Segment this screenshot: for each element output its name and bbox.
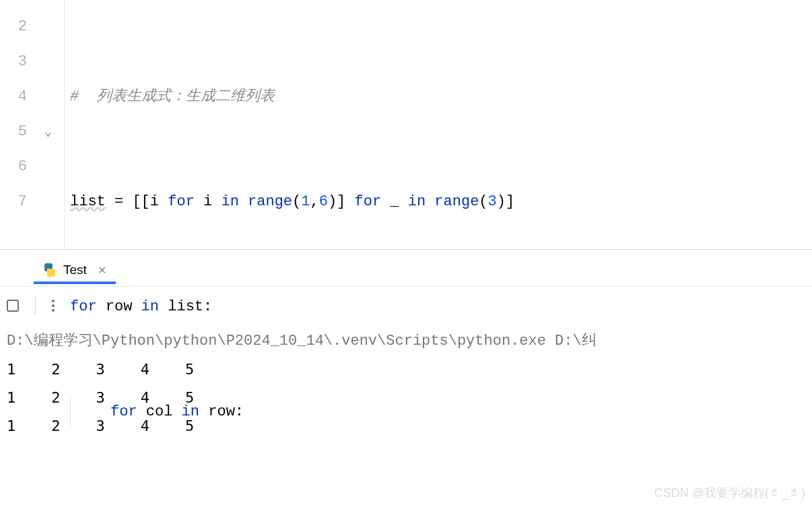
line-number: 6 xyxy=(0,149,27,184)
line-gutter: 2 3 4 5 6 7 xyxy=(0,0,32,249)
fold-chevron-icon[interactable]: ⌄ xyxy=(44,114,52,149)
line-number: 3 xyxy=(0,44,27,79)
line-number: 5 xyxy=(0,114,27,149)
comment: # 列表生成式：生成二维列表 xyxy=(70,79,275,114)
code-line[interactable]: # 列表生成式：生成二维列表 xyxy=(70,79,812,114)
line-number: 7 xyxy=(0,184,27,220)
stop-button[interactable] xyxy=(7,300,19,312)
python-icon xyxy=(43,263,57,277)
fold-column: ⌄ xyxy=(32,0,65,249)
separator xyxy=(35,296,36,315)
line-number: 4 xyxy=(0,79,27,114)
close-icon[interactable]: ✕ xyxy=(98,264,106,277)
code-line[interactable]: for row in list: xyxy=(70,290,812,325)
line-number: 2 xyxy=(0,9,27,44)
more-menu-icon[interactable] xyxy=(52,300,55,312)
code-line[interactable]: list = [[i for i in range(1,6)] for _ in… xyxy=(70,184,812,220)
code-editor[interactable]: 2 3 4 5 6 7 ⌄ # 列表生成式：生成二维列表 list = [[i … xyxy=(0,0,812,249)
tab-label: Test xyxy=(63,263,87,277)
terminal-tab-test[interactable]: Test ✕ xyxy=(34,259,116,284)
code-line[interactable]: for col in row: xyxy=(70,395,812,430)
code-area[interactable]: # 列表生成式：生成二维列表 list = [[i for i in range… xyxy=(65,0,812,249)
